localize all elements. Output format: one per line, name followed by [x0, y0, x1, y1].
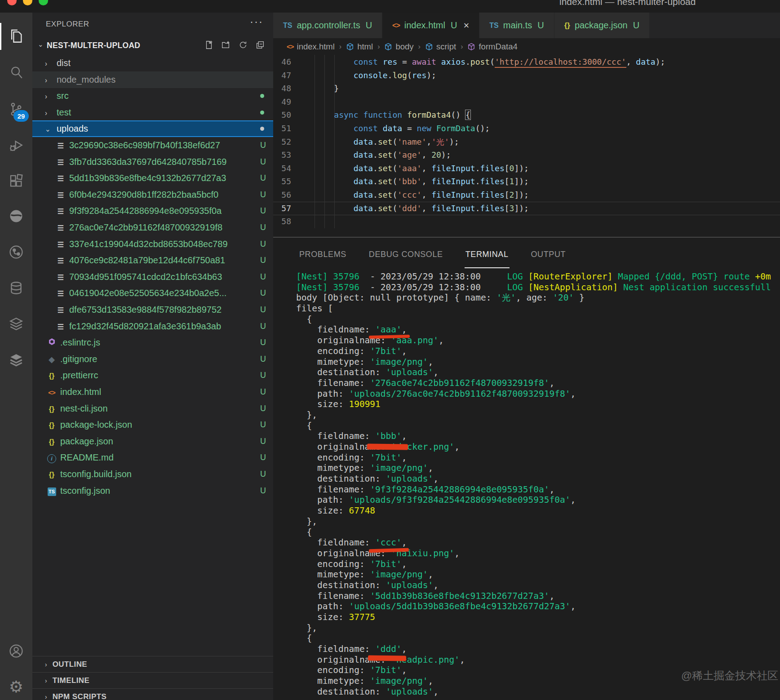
tree-row-dist[interactable]: ›dist [32, 55, 273, 71]
minimize-traffic-light-icon[interactable] [23, 0, 32, 5]
section-label: NPM SCRIPTS [53, 692, 107, 700]
braces-file-icon: {} [46, 370, 58, 381]
account-icon[interactable] [0, 635, 32, 667]
terminal-line: fieldname: 'ddd', [296, 644, 780, 655]
new-file-icon[interactable] [204, 40, 215, 51]
settings-icon[interactable]: ⚙ [0, 671, 32, 700]
layers-icon[interactable] [0, 308, 32, 340]
tree-row-tsconfig.build.json[interactable]: {}tsconfig.build.jsonU [32, 466, 273, 483]
untracked-badge: U [260, 190, 266, 199]
tab-main.ts[interactable]: TSmain.tsU [479, 13, 554, 38]
database-icon[interactable] [0, 272, 32, 304]
maximize-traffic-light-icon[interactable] [39, 0, 48, 5]
sidebar-section-timeline[interactable]: ›TIMELINE [32, 672, 273, 689]
git-graph-icon[interactable] [0, 236, 32, 268]
breadcrumb-label: index.html [297, 42, 335, 52]
tree-row-04619042e08e52505634e234b0a2e5...[interactable]: ☰04619042e08e52505634e234b0a2e5...U [32, 285, 273, 301]
untracked-badge: U [260, 141, 266, 150]
run-debug-icon[interactable] [0, 129, 32, 161]
chevron-right-icon: › [45, 661, 47, 668]
tree-row-9f3f9284a25442886994e8e095935f0a[interactable]: ☰9f3f9284a25442886994e8e095935f0aU [32, 203, 273, 219]
file-name: package-lock.json [60, 420, 132, 430]
panel-tab-output[interactable]: OUTPUT [530, 240, 567, 268]
terminal-line: path: 'uploads/276ac0e74c2bb91162f487009… [296, 389, 780, 399]
section-label: OUTLINE [53, 660, 87, 669]
tree-row-dfe6753d13583e9884f578f982b89752[interactable]: ☰dfe6753d13583e9884f578f982b89752U [32, 301, 273, 318]
source-control-icon[interactable]: 29 [0, 93, 32, 125]
tab-index.html[interactable]: <>index.htmlU× [382, 13, 479, 38]
tree-row-nest-cli.json[interactable]: {}nest-cli.jsonU [32, 400, 273, 417]
tree-row-.gitignore[interactable]: ◆.gitignoreU [32, 351, 273, 368]
file-name: 276ac0e74c2bb91162f48700932919f8 [69, 222, 222, 233]
breadcrumb-item-body[interactable]: body [384, 42, 413, 52]
close-traffic-light-icon[interactable] [7, 0, 17, 5]
breadcrumb-item-formData4[interactable]: formData4 [467, 42, 517, 52]
untracked-badge: U [260, 288, 266, 298]
collapse-all-icon[interactable] [255, 40, 266, 51]
tree-row-uploads[interactable]: ⌄uploads [32, 120, 273, 137]
tab-package.json[interactable]: {}package.jsonU [554, 13, 650, 38]
untracked-badge: U [260, 256, 266, 265]
activity-bar: 29⚙ [0, 13, 32, 700]
close-icon[interactable]: × [463, 20, 469, 31]
tree-row-package.json[interactable]: {}package.jsonU [32, 433, 273, 450]
tree-row-5dd1b39b836e8fbe4c9132b2677d27a3[interactable]: ☰5dd1b39b836e8fbe4c9132b2677d27a3U [32, 170, 273, 186]
code-line-52: data.set('name','光'); [315, 135, 665, 149]
tree-row-6f0b4e2943290d8b1ff282b2baa5bcf0[interactable]: ☰6f0b4e2943290d8b1ff282b2baa5bcf0U [32, 186, 273, 203]
panel-tab-debug-console[interactable]: DEBUG CONSOLE [368, 240, 444, 268]
panel-tab-problems[interactable]: PROBLEMS [298, 240, 347, 268]
code-content[interactable]: const res = await axios.post('http://loc… [315, 55, 665, 228]
file-name: 4076ce9c82481a79be12d44c6f750a81 [69, 255, 225, 266]
more-actions-icon[interactable]: ··· [250, 15, 263, 28]
tree-row-.eslintrc.js[interactable]: .eslintrc.jsU [32, 334, 273, 351]
tree-row-package-lock.json[interactable]: {}package-lock.jsonU [32, 416, 273, 433]
explorer-icon[interactable] [0, 20, 32, 53]
file-name: fc129d32f45d820921afa3e361b9a3ab [69, 321, 221, 332]
file-icon: ☰ [55, 321, 66, 332]
breadcrumb-item-script[interactable]: script [425, 42, 456, 52]
breadcrumb-item-index.html[interactable]: <>index.html [287, 42, 335, 52]
panel-tab-terminal[interactable]: TERMINAL [465, 240, 510, 268]
tree-row-fc129d32f45d820921afa3e361b9a3ab[interactable]: ☰fc129d32f45d820921afa3e361b9a3abU [32, 318, 273, 335]
file-name: 70934d951f095741cdcd2c1bfc634b63 [69, 272, 222, 282]
new-folder-icon[interactable] [221, 40, 232, 51]
panel-tab-bar: PROBLEMSDEBUG CONSOLETERMINALOUTPUT [298, 238, 587, 270]
red-annotation-underline: 'ddd' [375, 644, 402, 655]
tree-row-test[interactable]: ›test [32, 104, 273, 121]
tree-row-337e41c199044d32cbd8653b048ec789[interactable]: ☰337e41c199044d32cbd8653b048ec789U [32, 236, 273, 253]
tree-row-index.html[interactable]: <>index.htmlU [32, 384, 273, 400]
tree-row-src[interactable]: ›src [32, 88, 273, 104]
breadcrumb-item-html[interactable]: html [346, 42, 373, 52]
tree-row-README.md[interactable]: iREADME.mdU [32, 449, 273, 466]
code-editor[interactable]: 46474849505152535455565758 const res = a… [273, 55, 780, 237]
terminal-line: filename: '276ac0e74c2bb91162f4870093291… [296, 378, 780, 389]
tree-row-3fb7dd3363da37697d642840785b7169[interactable]: ☰3fb7dd3363da37697d642840785b7169U [32, 154, 273, 170]
tree-row-70934d951f095741cdcd2c1bfc634b63[interactable]: ☰70934d951f095741cdcd2c1bfc634b63U [32, 269, 273, 285]
tree-row-3c29690c38e6c989bf7b40f138ef6d27[interactable]: ☰3c29690c38e6c989bf7b40f138ef6d27U [32, 137, 273, 154]
tree-row-.prettierrc[interactable]: {}.prettierrcU [32, 367, 273, 384]
tree-row-tsconfig.json[interactable]: TStsconfig.jsonU [32, 483, 273, 499]
project-root-row[interactable]: ⌄ NEST-MULTER-UPLOAD [32, 38, 273, 53]
terminal-line: files [ [296, 303, 780, 314]
code-line-51: const data = new FormData(); [315, 122, 665, 135]
refresh-icon[interactable] [238, 40, 249, 51]
file-name: tsconfig.json [60, 486, 110, 496]
file-name: package.json [60, 436, 113, 447]
extensions-icon[interactable] [0, 165, 32, 197]
terminal-output[interactable]: [Nest] 35796 - 2023/05/29 12:38:00 LOG [… [296, 271, 780, 697]
file-name: 3fb7dd3363da37697d642840785b7169 [69, 157, 226, 167]
tree-row-276ac0e74c2bb91162f48700932919f8[interactable]: ☰276ac0e74c2bb91162f48700932919f8U [32, 219, 273, 236]
tree-row-4076ce9c82481a79be12d44c6f750a81[interactable]: ☰4076ce9c82481a79be12d44c6f750a81U [32, 252, 273, 269]
swirl-icon[interactable] [0, 200, 32, 232]
terminal-line: size: 67748 [296, 505, 780, 516]
tab-app.controller.ts[interactable]: TSapp.controller.tsU [273, 13, 382, 38]
sidebar-section-outline[interactable]: ›OUTLINE [32, 656, 273, 673]
untracked-badge: U [260, 322, 266, 331]
tree-row-node_modules[interactable]: ›node_modules [32, 71, 273, 88]
line-number: 46 [273, 55, 291, 69]
search-icon[interactable] [0, 56, 32, 89]
layers-filled-icon[interactable] [0, 344, 32, 376]
file-name: README.md [60, 452, 114, 463]
terminal-line: }, [296, 516, 780, 527]
sidebar-section-npm-scripts[interactable]: ›NPM SCRIPTS [32, 688, 273, 700]
